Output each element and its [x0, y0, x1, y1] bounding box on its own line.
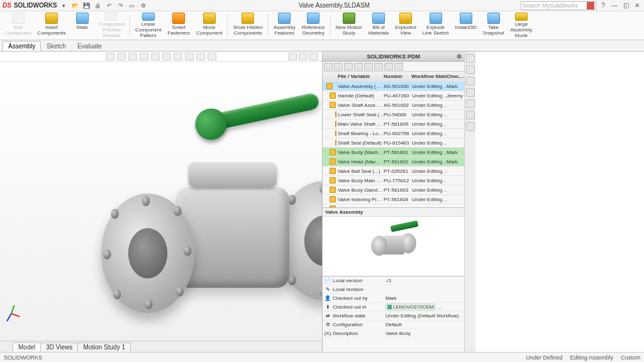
pdm-row[interactable]: Valve Assembly (Default)AS-561600Under E… [323, 82, 464, 91]
graphics-viewport[interactable] [0, 62, 322, 341]
part-icon [330, 196, 336, 202]
pdm-checkin-icon[interactable] [344, 63, 353, 70]
minimize-icon[interactable]: — [610, 1, 619, 10]
pdm-getlatest-icon[interactable] [334, 63, 343, 70]
ribbon-insert-components[interactable]: InsertComponents [35, 11, 68, 40]
status-editing: Editing Assembly [570, 354, 613, 361]
doc-max-icon[interactable] [299, 53, 308, 60]
qat-options-icon[interactable]: ⚙ [139, 1, 148, 10]
ribbon-take-snapshot[interactable]: TakeSnapshot [480, 11, 507, 40]
taskpane-custom-props-icon[interactable] [466, 111, 475, 119]
reference-triad[interactable] [4, 305, 23, 324]
pdm-row[interactable]: Valve Body Main Seal ...PU-775012Under E… [323, 176, 464, 185]
tab-evaluate[interactable]: Evaluate [72, 41, 108, 51]
ribbon-move-component[interactable]: MoveComponent [194, 11, 225, 40]
pdm-row[interactable]: Valve Ball Seal (...)PT-025261Under Edit… [323, 167, 464, 176]
qat-undo-icon[interactable]: ↶ [105, 1, 114, 10]
pdm-file-name: Valve Ball Seal (...) [336, 168, 384, 174]
ribbon-icon [487, 13, 500, 24]
ribbon-linear-component-pattern[interactable]: LinearComponentPattern [133, 11, 164, 40]
apply-scene-icon[interactable] [196, 53, 205, 60]
ribbon-explode-line-sketch[interactable]: ExplodeLine Sketch [420, 11, 452, 40]
taskpane-appearances-icon[interactable] [466, 99, 475, 108]
taskpane-view-palette-icon[interactable] [466, 88, 475, 97]
ribbon-new-motion-study[interactable]: New MotionStudy [333, 11, 365, 40]
qat-open-icon[interactable]: 📂 [71, 1, 80, 10]
ribbon-show-hidden-components[interactable]: Show HiddenComponents [230, 11, 265, 40]
pdm-filter-icon[interactable] [374, 63, 383, 70]
view-orientation-icon[interactable] [151, 53, 160, 60]
property-key: Local revision [333, 287, 386, 292]
ribbon-assembly-features[interactable]: AssemblyFeatures [271, 11, 298, 40]
sheet-tab-3d-views[interactable]: 3D Views [40, 343, 78, 351]
pdm-refresh-icon[interactable] [324, 63, 333, 70]
ribbon-bill-of-materials[interactable]: Bill ofMaterials [366, 11, 391, 40]
pdm-row[interactable]: Valve Body (Machined)PT-561601Under Edit… [323, 148, 464, 157]
display-style-icon[interactable] [162, 53, 171, 60]
property-icon: ⬇ [323, 304, 333, 310]
tab-sketch[interactable]: Sketch [41, 41, 72, 51]
qat-save-icon[interactable]: 💾 [82, 1, 91, 10]
help-icon[interactable]: ? [599, 1, 608, 10]
sheet-tab-model[interactable]: Model [13, 343, 41, 351]
qat-redo-icon[interactable]: ↷ [116, 1, 125, 10]
qat-print-icon[interactable]: 🖨 [94, 1, 103, 10]
hide-show-icon[interactable] [174, 53, 182, 60]
col-file[interactable]: File / Variable [336, 74, 384, 79]
pdm-checkout-icon[interactable] [354, 63, 363, 70]
pdm-number: PT-561605 [384, 121, 411, 127]
zoom-area-icon[interactable] [117, 53, 126, 60]
close-icon[interactable]: ✕ [633, 1, 641, 10]
command-tab-strip: AssemblySketchEvaluate [0, 40, 644, 52]
status-units[interactable]: Custom [621, 354, 640, 361]
col-checkedout[interactable]: Checked Out By [447, 74, 464, 79]
zoom-fit-icon[interactable] [106, 53, 114, 60]
taskpane-design-library-icon[interactable] [466, 65, 475, 74]
pdm-row[interactable]: Valve Indexing Plate (...PT-561604Under … [323, 195, 464, 204]
pdm-row[interactable]: Shaft Bearing - Lo...PU-662798Under Edit… [323, 129, 464, 138]
pdm-row[interactable]: Lower Shaft Seal (...PU-54000Under Editi… [323, 110, 464, 119]
pdm-row[interactable]: Valve Shaft Assembly ...AS-561602Under E… [323, 101, 464, 110]
pdm-row[interactable]: Main Valve Shaft ...PT-561605Under Editi… [323, 119, 464, 129]
pdm-more-icon[interactable] [394, 63, 403, 70]
ribbon-mate[interactable]: Mate [70, 11, 95, 40]
previous-view-icon[interactable] [128, 53, 137, 60]
pdm-workflow: Under Editing ... [411, 102, 447, 108]
pdm-tree[interactable]: Valve Assembly (Default)AS-561600Under E… [323, 82, 464, 207]
restore-icon[interactable]: ◱ [621, 1, 630, 10]
pdm-row[interactable]: Valve Body Gland (De...PT-561603Under Ed… [323, 185, 464, 195]
ribbon-large-assembly-mode[interactable]: LargeAssemblyMode [508, 11, 535, 40]
ribbon-icon [45, 13, 58, 24]
property-icon: ⚙ [323, 322, 333, 327]
section-view-icon[interactable] [140, 53, 148, 60]
ribbon-icon [278, 13, 291, 24]
tab-assembly[interactable]: Assembly [3, 41, 41, 51]
sheet-tab-motion-study-1[interactable]: Motion Study 1 [77, 343, 131, 351]
view-settings-icon[interactable] [208, 53, 216, 60]
ribbon-smart-fasteners[interactable]: SmartFasteners [165, 11, 192, 40]
pdm-property-row: ⚙ConfigurationDefault [323, 321, 464, 329]
qat-new-icon[interactable]: ▾ [60, 1, 69, 10]
ribbon-instant3d[interactable]: Instant3D [452, 11, 479, 40]
col-workflow[interactable]: Workflow State [411, 74, 447, 79]
pdm-search-icon[interactable] [364, 63, 373, 70]
pdm-row[interactable]: Handle (Default)PU-467260Under Editing .… [323, 91, 464, 101]
pdm-row[interactable]: Shaft Seal (Default)PU-815463Under Editi… [323, 138, 464, 148]
pdm-options-icon[interactable]: ⚙ [457, 53, 462, 60]
taskpane-resources-icon[interactable] [466, 54, 475, 63]
ribbon-icon [105, 13, 118, 21]
qat-select-icon[interactable]: ▭ [128, 1, 136, 10]
ribbon-exploded-view[interactable]: ExplodedView [392, 11, 418, 40]
edit-appearance-icon[interactable] [185, 53, 194, 60]
search-input[interactable]: Search MySolidWorks [521, 1, 596, 10]
doc-min-icon[interactable] [288, 53, 297, 60]
preview-image [323, 217, 464, 276]
col-number[interactable]: Number [384, 74, 411, 79]
taskpane-file-explorer-icon[interactable] [466, 77, 475, 85]
doc-close-icon[interactable] [309, 53, 318, 60]
taskpane-pdm-icon[interactable] [466, 122, 475, 131]
pdm-row[interactable]: Valve Head (Machined)PT-561602Under Edit… [323, 157, 464, 167]
search-icon[interactable] [587, 2, 594, 9]
pdm-tree-icon[interactable] [384, 63, 393, 70]
ribbon-reference-geometry[interactable]: ReferenceGeometry [299, 11, 328, 40]
